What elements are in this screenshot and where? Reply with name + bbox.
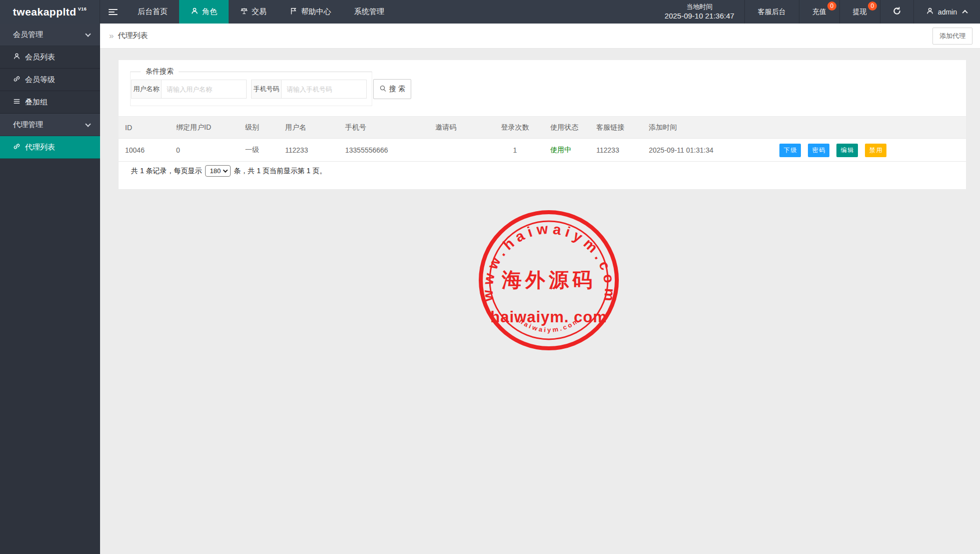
user-name: admin xyxy=(938,8,957,16)
col-header-level: 级别 xyxy=(239,123,279,132)
table-row: 10046 0 一级 112233 13355556666 1 使用中 1122… xyxy=(119,139,966,162)
cell-created-at: 2025-09-11 01:31:34 xyxy=(642,146,772,154)
sidebar-group-agent-management[interactable]: 代理管理 xyxy=(0,114,100,136)
pagination: 共 1 条记录，每页显示 180 条，共 1 页当前显示第 1 页。 xyxy=(131,165,326,177)
breadcrumb-separator: » xyxy=(109,31,114,41)
nav-tab-roles[interactable]: 角色 xyxy=(179,0,229,24)
sidebar-group-label: 代理管理 xyxy=(13,120,43,130)
chevron-up-icon xyxy=(962,10,967,15)
sidebar-item-label: 叠加组 xyxy=(25,98,48,107)
nav-tab-label: 角色 xyxy=(202,7,217,17)
status-badge: 使用中 xyxy=(544,146,590,155)
page-size-select[interactable]: 180 xyxy=(205,165,231,177)
table-header: ID 绑定用户ID 级别 用户名 手机号 邀请码 登录次数 使用状态 客服链接 … xyxy=(119,116,966,139)
cell-level: 一级 xyxy=(239,146,279,155)
local-time-value: 2025-09-10 21:36:47 xyxy=(665,11,734,21)
chevron-down-icon xyxy=(85,121,91,127)
search-button[interactable]: 搜 索 xyxy=(373,79,411,99)
phone-field-label: 手机号码 xyxy=(251,80,282,99)
nav-tab-label: 交易 xyxy=(252,7,267,17)
user-icon xyxy=(926,7,934,17)
cell-service-link: 112233 xyxy=(590,146,642,154)
col-header-service-link: 客服链接 xyxy=(590,123,642,132)
nav-tab-label: 系统管理 xyxy=(354,7,384,17)
local-time: 当地时间 2025-09-10 21:36:47 xyxy=(655,0,744,24)
pagination-prefix: 共 1 条记录，每页显示 xyxy=(131,167,202,176)
breadcrumb-bar: » 代理列表 添加代理 xyxy=(100,24,980,49)
list-icon xyxy=(13,98,21,107)
add-agent-button[interactable]: 添加代理 xyxy=(932,28,972,45)
col-header-created-at: 添加时间 xyxy=(642,123,772,132)
page-title: 代理列表 xyxy=(118,31,148,41)
user-menu[interactable]: admin xyxy=(913,0,980,24)
person-icon xyxy=(191,7,199,17)
nav-tab-label: 帮助中心 xyxy=(301,7,331,17)
phone-input[interactable] xyxy=(282,80,367,99)
stamp-domain-text: haiwaiym. com xyxy=(490,308,607,326)
nav-tab-system[interactable]: 系统管理 xyxy=(343,0,396,24)
cell-login-count: 1 xyxy=(486,146,544,154)
nav-tab-trade[interactable]: 交易 xyxy=(229,0,278,24)
sidebar-item-label: 代理列表 xyxy=(25,143,55,152)
page-size-value: 180 xyxy=(210,167,221,175)
sidebar-item-agent-list[interactable]: 代理列表 xyxy=(0,136,100,159)
nav-tab-label: 后台首页 xyxy=(138,7,168,17)
app-logo-version: V16 xyxy=(78,7,87,12)
flag-icon xyxy=(290,7,298,17)
link-icon xyxy=(13,143,21,152)
scale-icon xyxy=(240,7,248,17)
chevron-down-icon xyxy=(223,168,228,173)
chevron-down-icon xyxy=(85,31,91,37)
col-header-phone: 手机号 xyxy=(339,123,429,132)
sidebar-item-label: 会员等级 xyxy=(25,75,55,85)
nav-tab-dashboard[interactable]: 后台首页 xyxy=(126,0,179,24)
search-form: 用户名称 手机号码 搜 索 xyxy=(131,79,411,99)
col-header-login-count: 登录次数 xyxy=(486,123,544,132)
col-header-id: ID xyxy=(119,124,170,132)
password-button[interactable]: 密码 xyxy=(808,144,829,157)
service-backend-link[interactable]: 客服后台 xyxy=(744,0,799,24)
col-header-status: 使用状态 xyxy=(544,123,590,132)
sidebar-item-member-level[interactable]: 会员等级 xyxy=(0,69,100,91)
service-backend-label: 客服后台 xyxy=(758,8,786,17)
col-header-username: 用户名 xyxy=(279,123,339,132)
cell-id: 10046 xyxy=(119,146,170,154)
app-logo-text: tweakappltd xyxy=(13,6,77,18)
sidebar: 会员管理 会员列表 会员等级 叠加组 代理管理 xyxy=(0,24,100,554)
sidebar-item-member-list[interactable]: 会员列表 xyxy=(0,46,100,69)
link-icon xyxy=(13,75,21,84)
cell-username: 112233 xyxy=(279,146,339,154)
top-bar: tweakappltd V16 后台首页 角色 交易 帮助中心 系统管理 xyxy=(0,0,980,24)
recharge-link[interactable]: 充值 0 xyxy=(799,0,839,24)
col-header-invite-code: 邀请码 xyxy=(429,123,486,132)
pagination-suffix: 条，共 1 页当前显示第 1 页。 xyxy=(234,167,326,176)
search-icon xyxy=(379,85,387,94)
cell-bind-user-id: 0 xyxy=(170,146,239,154)
recharge-label: 充值 xyxy=(812,8,826,17)
sidebar-group-label: 会员管理 xyxy=(13,30,43,40)
menu-toggle-icon[interactable] xyxy=(100,0,126,24)
refresh-icon xyxy=(892,7,901,17)
search-button-label: 搜 索 xyxy=(389,85,405,94)
nav-tab-help-center[interactable]: 帮助中心 xyxy=(278,0,343,24)
recharge-badge: 0 xyxy=(827,2,836,11)
username-field-label: 用户名称 xyxy=(131,80,162,99)
sidebar-item-stack-group[interactable]: 叠加组 xyxy=(0,91,100,114)
person-icon xyxy=(13,53,21,62)
disable-button[interactable]: 禁用 xyxy=(865,144,886,157)
withdraw-badge: 0 xyxy=(868,2,877,11)
sidebar-group-member-management[interactable]: 会员管理 xyxy=(0,24,100,46)
username-input[interactable] xyxy=(162,80,247,99)
withdraw-label: 提现 xyxy=(853,8,867,17)
withdraw-link[interactable]: 提现 0 xyxy=(839,0,880,24)
refresh-button[interactable] xyxy=(880,0,913,24)
agent-list-card: 条件搜索 用户名称 手机号码 搜 索 ID 绑定用户ID 级别 用户名 手机号 … xyxy=(119,60,966,189)
stamp-center-text: 海外源码 xyxy=(501,269,596,291)
subordinate-button[interactable]: 下级 xyxy=(779,144,801,157)
sidebar-item-label: 会员列表 xyxy=(25,53,55,62)
app-logo: tweakappltd V16 xyxy=(0,0,100,24)
watermark-stamp: w w w . h a i w a i y m . c o m 海外源码 hai… xyxy=(476,208,621,353)
cell-phone: 13355556666 xyxy=(339,146,429,154)
col-header-bind-user-id: 绑定用户ID xyxy=(170,123,239,132)
edit-button[interactable]: 编辑 xyxy=(836,144,858,157)
